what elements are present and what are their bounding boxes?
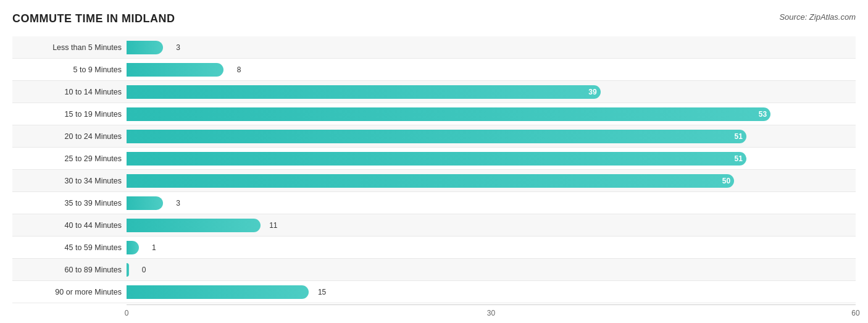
bar-value: 51: [734, 154, 742, 163]
table-row: 20 to 24 Minutes51: [12, 125, 856, 148]
bar-value: 50: [722, 177, 730, 185]
bar-container: 50: [127, 174, 856, 188]
x-axis-tick: 60: [851, 309, 859, 317]
bar-label: Less than 5 Minutes: [12, 43, 127, 52]
bar-label: 25 to 29 Minutes: [12, 154, 127, 163]
bar: 39: [127, 85, 601, 99]
bar-value: 3: [176, 199, 180, 208]
chart-title: COMMUTE TIME IN MIDLAND: [12, 12, 175, 25]
table-row: 35 to 39 Minutes3: [12, 192, 856, 214]
bar-value: 1: [152, 243, 156, 252]
x-axis-tick: 0: [125, 309, 129, 317]
x-axis-line: [127, 304, 856, 305]
bar-label: 45 to 59 Minutes: [12, 243, 127, 252]
bar: 1: [127, 241, 139, 254]
bar: 3: [127, 196, 163, 210]
bar-container: 53: [127, 107, 856, 122]
chart-header: COMMUTE TIME IN MIDLAND Source: ZipAtlas…: [12, 12, 856, 25]
bar-container: 1: [127, 240, 856, 255]
x-axis: 03060: [127, 309, 856, 321]
table-row: 90 or more Minutes15: [12, 281, 856, 303]
bar: 11: [127, 219, 261, 232]
bar-container: 3: [127, 196, 856, 211]
bar-container: 0: [127, 262, 856, 277]
bar: 51: [127, 152, 746, 166]
x-axis-tick: 30: [487, 309, 495, 317]
bar-value: 8: [237, 65, 241, 74]
table-row: 10 to 14 Minutes39: [12, 81, 856, 103]
bar: 53: [127, 107, 770, 121]
bar-container: 15: [127, 285, 856, 300]
table-row: 25 to 29 Minutes51: [12, 148, 856, 170]
bar-value: 39: [588, 88, 596, 96]
table-row: 60 to 89 Minutes0: [12, 259, 856, 281]
bar: 51: [127, 130, 746, 143]
bar-container: 3: [127, 40, 856, 55]
bar-label: 35 to 39 Minutes: [12, 199, 127, 208]
bar-label: 60 to 89 Minutes: [12, 266, 127, 274]
bar-label: 15 to 19 Minutes: [12, 110, 127, 119]
table-row: 15 to 19 Minutes53: [12, 103, 856, 125]
bar: 0: [127, 263, 129, 277]
bar-container: 51: [127, 129, 856, 144]
bar-value: 3: [176, 43, 180, 52]
table-row: 5 to 9 Minutes8: [12, 59, 856, 81]
chart-area: Less than 5 Minutes35 to 9 Minutes810 to…: [12, 36, 856, 303]
table-row: 30 to 34 Minutes50: [12, 170, 856, 192]
bar-value: 15: [318, 288, 326, 296]
table-row: Less than 5 Minutes3: [12, 36, 856, 59]
bar-container: 51: [127, 151, 856, 166]
bar-value: 0: [142, 266, 146, 274]
bar-label: 20 to 24 Minutes: [12, 132, 127, 141]
bar-container: 11: [127, 218, 856, 233]
bar-label: 5 to 9 Minutes: [12, 65, 127, 74]
bar-value: 53: [759, 110, 767, 119]
bar-label: 90 or more Minutes: [12, 288, 127, 296]
bar: 15: [127, 285, 309, 299]
bar-container: 39: [127, 85, 856, 99]
table-row: 45 to 59 Minutes1: [12, 237, 856, 259]
table-row: 40 to 44 Minutes11: [12, 214, 856, 237]
bar: 3: [127, 41, 163, 54]
bar-label: 10 to 14 Minutes: [12, 88, 127, 96]
bar-value: 51: [734, 132, 742, 141]
bar-label: 30 to 34 Minutes: [12, 177, 127, 185]
bar: 50: [127, 174, 734, 188]
source-label: Source: ZipAtlas.com: [779, 12, 856, 22]
bar-container: 8: [127, 62, 856, 77]
bar-label: 40 to 44 Minutes: [12, 221, 127, 230]
bar-value: 11: [269, 221, 277, 230]
bar: 8: [127, 63, 223, 77]
